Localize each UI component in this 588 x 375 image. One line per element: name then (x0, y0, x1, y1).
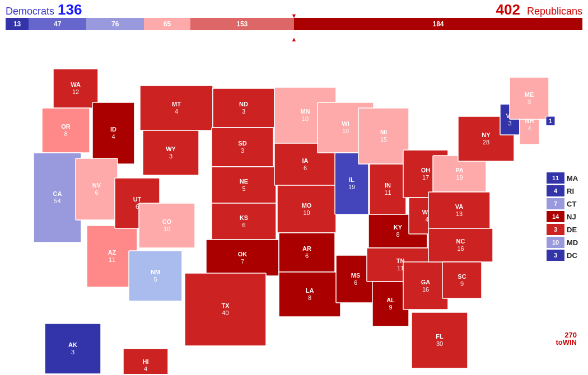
bar-segment: 76 (86, 18, 144, 30)
svg-text:KS: KS (240, 214, 248, 221)
state-nd[interactable]: ND3 (213, 88, 274, 128)
svg-text:IA: IA (302, 157, 309, 164)
state-ne[interactable]: NE5 (212, 167, 276, 203)
svg-text:7: 7 (241, 258, 244, 265)
state-nc[interactable]: NC16 (428, 228, 493, 262)
svg-text:NM: NM (151, 269, 160, 275)
state-ca[interactable]: CA54 (34, 153, 81, 242)
svg-text:GA: GA (421, 279, 431, 285)
svg-text:12: 12 (72, 88, 79, 95)
svg-text:9: 9 (460, 280, 464, 287)
svg-text:VA: VA (455, 203, 464, 210)
svg-text:28: 28 (483, 139, 489, 146)
electoral-bar: ▼ 13477665153184 ▲ (6, 18, 582, 34)
state-sd[interactable]: SD3 (212, 128, 273, 167)
svg-text:10: 10 (342, 128, 349, 134)
legend-abbr: DE (567, 226, 584, 234)
svg-text:19: 19 (456, 174, 463, 181)
svg-text:SD: SD (238, 140, 246, 147)
svg-text:5: 5 (242, 185, 245, 192)
state-or[interactable]: OR8 (42, 108, 90, 153)
rep-count: 402 (496, 1, 520, 18)
state-in[interactable]: IN11 (370, 164, 406, 214)
state-me[interactable]: ME3 (510, 77, 549, 119)
svg-text:5: 5 (153, 276, 157, 283)
svg-text:IL: IL (349, 176, 354, 183)
svg-text:AZ: AZ (108, 249, 116, 256)
svg-text:LA: LA (306, 287, 314, 294)
legend-abbr: MA (567, 174, 584, 182)
logo: 270 toWIN (556, 331, 577, 346)
svg-text:10: 10 (302, 115, 309, 122)
svg-text:11: 11 (384, 189, 391, 196)
svg-text:MI: MI (380, 129, 387, 135)
state-ok[interactable]: OK7 (206, 240, 279, 276)
state-wy[interactable]: WY3 (143, 130, 199, 175)
legend-abbr: DC (567, 251, 584, 260)
svg-text:10: 10 (164, 226, 170, 232)
state-ak[interactable]: AK3 (45, 324, 101, 374)
svg-text:3: 3 (71, 349, 74, 355)
state-co[interactable]: CO10 (139, 203, 195, 248)
legend-box: 3 (547, 224, 564, 235)
svg-text:4: 4 (144, 365, 147, 372)
svg-text:3: 3 (241, 147, 244, 154)
svg-text:3: 3 (242, 108, 245, 115)
svg-text:4: 4 (528, 125, 531, 132)
state-id[interactable]: ID4 (92, 102, 134, 164)
svg-text:4: 4 (111, 133, 115, 140)
svg-text:PA: PA (455, 167, 464, 174)
state-nm[interactable]: NM5 (129, 251, 182, 301)
state-mi[interactable]: MI15 (358, 108, 409, 164)
rep-label: Republicans (527, 6, 582, 17)
legend-row: 7CT (547, 198, 584, 209)
svg-text:6: 6 (95, 189, 98, 196)
state-va[interactable]: VA13 (428, 192, 490, 228)
state-fl[interactable]: FL30 (412, 312, 468, 368)
state-wa[interactable]: WA12 (53, 69, 98, 108)
state-mo[interactable]: MO10 (277, 185, 336, 233)
state-sc[interactable]: SC9 (442, 262, 482, 298)
bar-segment: 13 (6, 18, 29, 30)
svg-text:UT: UT (133, 196, 142, 203)
bar-segment: 47 (29, 18, 86, 30)
state-tx[interactable]: TX40 (185, 273, 266, 346)
state-ga[interactable]: GA16 (403, 262, 448, 310)
legend-box: 7 (547, 198, 564, 209)
svg-text:16: 16 (457, 245, 464, 252)
svg-text:AL: AL (386, 297, 395, 303)
svg-text:30: 30 (436, 340, 443, 347)
svg-text:NY: NY (482, 132, 491, 138)
svg-text:ME: ME (525, 91, 534, 98)
svg-text:54: 54 (54, 198, 60, 204)
legend-row: 14NJ (547, 211, 584, 222)
dem-label: Democrats (6, 6, 54, 17)
logo-sub: toWIN (556, 339, 577, 346)
state-nv[interactable]: NV6 (76, 158, 118, 220)
svg-text:NE: NE (240, 178, 248, 185)
svg-text:HI: HI (143, 358, 149, 365)
legend-row: 10MD (547, 237, 584, 248)
svg-text:9: 9 (389, 304, 392, 311)
svg-text:CA: CA (53, 190, 62, 197)
svg-text:4: 4 (175, 108, 178, 115)
svg-text:WA: WA (71, 81, 81, 88)
svg-text:ID: ID (110, 126, 116, 133)
us-map-svg: WA12OR8CA54ID4NV6AZ11MT4WY3UT6CO10NM5ND3… (0, 38, 588, 374)
state-la[interactable]: LA8 (279, 272, 340, 317)
svg-text:AK: AK (68, 341, 77, 348)
svg-text:6: 6 (305, 252, 309, 259)
state-hi[interactable]: HI4 (123, 349, 168, 374)
svg-text:WI: WI (342, 120, 349, 127)
state-ar[interactable]: AR6 (279, 233, 335, 272)
svg-text:CO: CO (162, 218, 172, 225)
state-ks[interactable]: KS6 (212, 203, 276, 240)
state-mt[interactable]: MT4 (140, 86, 213, 130)
svg-text:13: 13 (456, 210, 463, 217)
svg-text:6: 6 (354, 279, 357, 286)
svg-text:MN: MN (300, 108, 310, 115)
svg-text:NV: NV (92, 182, 101, 189)
bar-segment: 65 (144, 18, 190, 30)
svg-text:WY: WY (166, 146, 176, 152)
svg-text:OR: OR (61, 123, 71, 130)
